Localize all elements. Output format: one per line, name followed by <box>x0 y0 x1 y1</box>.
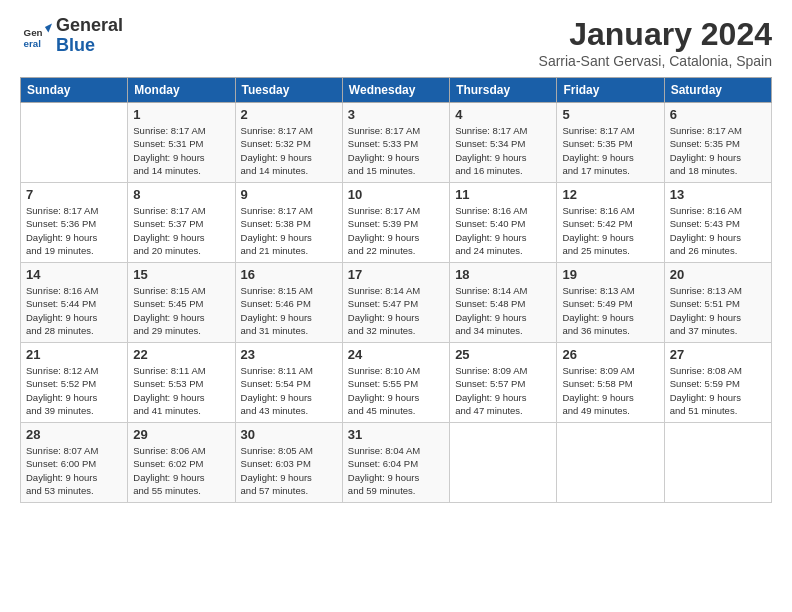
calendar-day-cell: 16Sunrise: 8:15 AM Sunset: 5:46 PM Dayli… <box>235 263 342 343</box>
calendar-day-cell <box>664 423 771 503</box>
day-number: 7 <box>26 187 122 202</box>
calendar-day-cell: 28Sunrise: 8:07 AM Sunset: 6:00 PM Dayli… <box>21 423 128 503</box>
day-number: 4 <box>455 107 551 122</box>
svg-text:Gen: Gen <box>24 27 43 38</box>
calendar-day-cell: 18Sunrise: 8:14 AM Sunset: 5:48 PM Dayli… <box>450 263 557 343</box>
logo-icon: Gen eral <box>20 20 52 52</box>
calendar-day-cell <box>557 423 664 503</box>
calendar-day-cell: 13Sunrise: 8:16 AM Sunset: 5:43 PM Dayli… <box>664 183 771 263</box>
day-number: 11 <box>455 187 551 202</box>
weekday-header: Friday <box>557 78 664 103</box>
day-number: 17 <box>348 267 444 282</box>
day-number: 16 <box>241 267 337 282</box>
calendar-day-cell: 17Sunrise: 8:14 AM Sunset: 5:47 PM Dayli… <box>342 263 449 343</box>
day-number: 26 <box>562 347 658 362</box>
calendar-day-cell: 5Sunrise: 8:17 AM Sunset: 5:35 PM Daylig… <box>557 103 664 183</box>
weekday-header: Sunday <box>21 78 128 103</box>
calendar-day-cell: 24Sunrise: 8:10 AM Sunset: 5:55 PM Dayli… <box>342 343 449 423</box>
day-info: Sunrise: 8:17 AM Sunset: 5:33 PM Dayligh… <box>348 124 444 177</box>
day-number: 5 <box>562 107 658 122</box>
day-number: 24 <box>348 347 444 362</box>
day-number: 12 <box>562 187 658 202</box>
day-info: Sunrise: 8:17 AM Sunset: 5:35 PM Dayligh… <box>670 124 766 177</box>
day-number: 30 <box>241 427 337 442</box>
calendar-day-cell: 8Sunrise: 8:17 AM Sunset: 5:37 PM Daylig… <box>128 183 235 263</box>
calendar-day-cell: 6Sunrise: 8:17 AM Sunset: 5:35 PM Daylig… <box>664 103 771 183</box>
day-number: 6 <box>670 107 766 122</box>
day-number: 9 <box>241 187 337 202</box>
day-info: Sunrise: 8:14 AM Sunset: 5:47 PM Dayligh… <box>348 284 444 337</box>
weekday-header-row: SundayMondayTuesdayWednesdayThursdayFrid… <box>21 78 772 103</box>
day-info: Sunrise: 8:16 AM Sunset: 5:42 PM Dayligh… <box>562 204 658 257</box>
logo-text: General Blue <box>56 16 123 56</box>
calendar-day-cell: 22Sunrise: 8:11 AM Sunset: 5:53 PM Dayli… <box>128 343 235 423</box>
day-number: 2 <box>241 107 337 122</box>
calendar-day-cell: 20Sunrise: 8:13 AM Sunset: 5:51 PM Dayli… <box>664 263 771 343</box>
day-info: Sunrise: 8:17 AM Sunset: 5:36 PM Dayligh… <box>26 204 122 257</box>
weekday-header: Thursday <box>450 78 557 103</box>
day-info: Sunrise: 8:06 AM Sunset: 6:02 PM Dayligh… <box>133 444 229 497</box>
calendar-day-cell: 23Sunrise: 8:11 AM Sunset: 5:54 PM Dayli… <box>235 343 342 423</box>
calendar-day-cell <box>450 423 557 503</box>
day-info: Sunrise: 8:10 AM Sunset: 5:55 PM Dayligh… <box>348 364 444 417</box>
calendar-day-cell: 1Sunrise: 8:17 AM Sunset: 5:31 PM Daylig… <box>128 103 235 183</box>
calendar-day-cell: 30Sunrise: 8:05 AM Sunset: 6:03 PM Dayli… <box>235 423 342 503</box>
day-info: Sunrise: 8:11 AM Sunset: 5:54 PM Dayligh… <box>241 364 337 417</box>
calendar-table: SundayMondayTuesdayWednesdayThursdayFrid… <box>20 77 772 503</box>
day-number: 22 <box>133 347 229 362</box>
day-info: Sunrise: 8:14 AM Sunset: 5:48 PM Dayligh… <box>455 284 551 337</box>
weekday-header: Saturday <box>664 78 771 103</box>
day-number: 20 <box>670 267 766 282</box>
day-info: Sunrise: 8:16 AM Sunset: 5:40 PM Dayligh… <box>455 204 551 257</box>
day-info: Sunrise: 8:09 AM Sunset: 5:57 PM Dayligh… <box>455 364 551 417</box>
calendar-week-row: 14Sunrise: 8:16 AM Sunset: 5:44 PM Dayli… <box>21 263 772 343</box>
day-info: Sunrise: 8:17 AM Sunset: 5:31 PM Dayligh… <box>133 124 229 177</box>
weekday-header: Monday <box>128 78 235 103</box>
svg-text:eral: eral <box>24 37 42 48</box>
calendar-day-cell: 3Sunrise: 8:17 AM Sunset: 5:33 PM Daylig… <box>342 103 449 183</box>
calendar-day-cell: 15Sunrise: 8:15 AM Sunset: 5:45 PM Dayli… <box>128 263 235 343</box>
calendar-day-cell: 27Sunrise: 8:08 AM Sunset: 5:59 PM Dayli… <box>664 343 771 423</box>
day-info: Sunrise: 8:13 AM Sunset: 5:49 PM Dayligh… <box>562 284 658 337</box>
calendar-day-cell: 7Sunrise: 8:17 AM Sunset: 5:36 PM Daylig… <box>21 183 128 263</box>
day-info: Sunrise: 8:05 AM Sunset: 6:03 PM Dayligh… <box>241 444 337 497</box>
calendar-day-cell: 19Sunrise: 8:13 AM Sunset: 5:49 PM Dayli… <box>557 263 664 343</box>
day-info: Sunrise: 8:08 AM Sunset: 5:59 PM Dayligh… <box>670 364 766 417</box>
day-number: 3 <box>348 107 444 122</box>
day-number: 28 <box>26 427 122 442</box>
day-info: Sunrise: 8:07 AM Sunset: 6:00 PM Dayligh… <box>26 444 122 497</box>
location-subtitle: Sarria-Sant Gervasi, Catalonia, Spain <box>539 53 772 69</box>
day-info: Sunrise: 8:12 AM Sunset: 5:52 PM Dayligh… <box>26 364 122 417</box>
day-number: 15 <box>133 267 229 282</box>
calendar-day-cell: 10Sunrise: 8:17 AM Sunset: 5:39 PM Dayli… <box>342 183 449 263</box>
day-info: Sunrise: 8:16 AM Sunset: 5:43 PM Dayligh… <box>670 204 766 257</box>
calendar-day-cell: 31Sunrise: 8:04 AM Sunset: 6:04 PM Dayli… <box>342 423 449 503</box>
day-number: 19 <box>562 267 658 282</box>
calendar-day-cell: 29Sunrise: 8:06 AM Sunset: 6:02 PM Dayli… <box>128 423 235 503</box>
day-number: 31 <box>348 427 444 442</box>
calendar-day-cell: 12Sunrise: 8:16 AM Sunset: 5:42 PM Dayli… <box>557 183 664 263</box>
calendar-day-cell: 2Sunrise: 8:17 AM Sunset: 5:32 PM Daylig… <box>235 103 342 183</box>
day-info: Sunrise: 8:09 AM Sunset: 5:58 PM Dayligh… <box>562 364 658 417</box>
month-title: January 2024 <box>539 16 772 53</box>
logo: Gen eral General Blue <box>20 16 123 56</box>
calendar-day-cell: 4Sunrise: 8:17 AM Sunset: 5:34 PM Daylig… <box>450 103 557 183</box>
day-info: Sunrise: 8:04 AM Sunset: 6:04 PM Dayligh… <box>348 444 444 497</box>
day-number: 8 <box>133 187 229 202</box>
calendar-day-cell: 14Sunrise: 8:16 AM Sunset: 5:44 PM Dayli… <box>21 263 128 343</box>
day-number: 14 <box>26 267 122 282</box>
calendar-week-row: 7Sunrise: 8:17 AM Sunset: 5:36 PM Daylig… <box>21 183 772 263</box>
day-number: 23 <box>241 347 337 362</box>
day-info: Sunrise: 8:11 AM Sunset: 5:53 PM Dayligh… <box>133 364 229 417</box>
weekday-header: Wednesday <box>342 78 449 103</box>
day-number: 27 <box>670 347 766 362</box>
page-header: Gen eral General Blue January 2024 Sarri… <box>20 16 772 69</box>
day-number: 21 <box>26 347 122 362</box>
day-number: 13 <box>670 187 766 202</box>
day-info: Sunrise: 8:15 AM Sunset: 5:46 PM Dayligh… <box>241 284 337 337</box>
calendar-day-cell: 25Sunrise: 8:09 AM Sunset: 5:57 PM Dayli… <box>450 343 557 423</box>
day-info: Sunrise: 8:17 AM Sunset: 5:32 PM Dayligh… <box>241 124 337 177</box>
day-info: Sunrise: 8:17 AM Sunset: 5:37 PM Dayligh… <box>133 204 229 257</box>
day-number: 29 <box>133 427 229 442</box>
day-info: Sunrise: 8:17 AM Sunset: 5:35 PM Dayligh… <box>562 124 658 177</box>
